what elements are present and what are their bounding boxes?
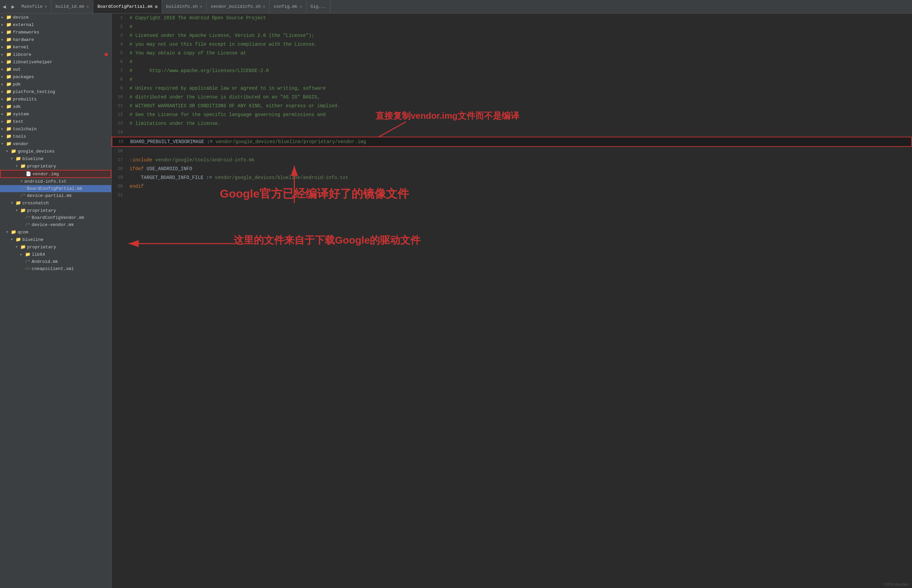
tab-vendor-buildinfo[interactable]: vendor_buildinfo.sh ✕ [207, 0, 270, 13]
tab-makefile-close[interactable]: ✕ [45, 4, 47, 9]
tab-nav-left[interactable]: ◀ [0, 0, 9, 13]
code-line-18: 18 ifdef USE_ANDROID_INFO [111, 165, 912, 173]
item-label: libnativehelper [13, 60, 52, 65]
line-content: # See the License for the specific langu… [127, 110, 912, 119]
sidebar-item-crosshatch-proprietary[interactable]: ▼ 📁 proprietary [0, 207, 111, 214]
line-number: 1 [111, 13, 127, 22]
tab-makefile[interactable]: Makefile ✕ [17, 0, 52, 13]
line-content: endif [127, 182, 912, 191]
sidebar-item-pdk[interactable]: ▶ 📁 pdk [0, 81, 111, 88]
modified-dot [105, 53, 108, 56]
line-content: # http://www.apache.org/licenses/LICENSE… [127, 66, 912, 75]
item-label: tools [13, 134, 26, 139]
line-number: 4 [111, 40, 127, 49]
sidebar-item-vendor[interactable]: ▼ 📁 vendor [0, 140, 111, 147]
tab-sig[interactable]: Sig... [307, 0, 331, 13]
tab-config-label: config.mk [274, 4, 297, 9]
sidebar-item-android-mk[interactable]: ▶ /* Android.mk [0, 258, 111, 265]
arrow-icon: ▶ [2, 134, 6, 138]
tab-boardconfig[interactable]: BoardConfigPartial.mk [94, 0, 162, 13]
sidebar-item-sdk[interactable]: ▶ 📁 sdk [0, 103, 111, 110]
code-editor[interactable]: 1 # Copyright 2018 The Android Open Sour… [111, 13, 912, 588]
item-label: lib64 [32, 252, 45, 257]
item-label: system [13, 111, 29, 117]
item-label: BoardConfigVendor.mk [32, 215, 85, 220]
folder-icon: 📁 [6, 97, 11, 102]
sidebar-item-platform-testing[interactable]: ▶ 📁 platform_testing [0, 88, 111, 95]
file-prefix: ≡ [20, 179, 23, 184]
sidebar-item-packages[interactable]: ▶ 📁 packages [0, 73, 111, 81]
sidebar-item-qcom[interactable]: ▼ 📁 qcom [0, 228, 111, 236]
arrow-icon: ▼ [11, 157, 16, 161]
folder-icon: 📁 [6, 104, 11, 109]
code-line-10: 10 # distributed under the License is di… [111, 93, 912, 102]
sidebar-item-prebuilts[interactable]: ▶ 📁 prebuilts [0, 95, 111, 103]
sidebar-item-out[interactable]: ▶ 📁 out [0, 66, 111, 73]
item-label: external [13, 22, 34, 27]
tab-makefile-label: Makefile [21, 4, 42, 9]
item-label: android-info.txt [24, 179, 67, 184]
main-area: ▶ 📁 device ▶ 📁 external ▶ 📁 frameworks ▶… [0, 13, 912, 588]
sidebar-item-google-devices[interactable]: ▼ 📁 google_devices [0, 147, 111, 155]
sidebar-item-cneapiclient[interactable]: ▶ <> cneapiclient.xml [0, 265, 111, 272]
img-file-icon: 📄 [26, 171, 31, 177]
item-label: packages [13, 74, 34, 79]
sidebar-item-android-info-txt[interactable]: ▶ ≡ android-info.txt [0, 178, 111, 185]
line-content: # distributed under the License is distr… [127, 93, 912, 102]
sidebar-item-system[interactable]: ▶ 📁 system [0, 110, 111, 118]
arrow-icon: ▶ [2, 60, 6, 64]
sidebar-item-crosshatch[interactable]: ▼ 📁 crosshatch [0, 199, 111, 207]
folder-icon: 📁 [20, 244, 26, 250]
mk-prefix: /* [25, 259, 31, 264]
code-line-6: 6 # [111, 58, 912, 66]
item-label: BoardConfigPartial.mk [27, 186, 82, 191]
tab-config[interactable]: config.mk ✕ [270, 0, 306, 13]
item-label: Android.mk [32, 259, 58, 264]
tab-buildinfo[interactable]: buildinfo.sh ✕ [162, 0, 207, 13]
sidebar-item-device-partial-mk[interactable]: ▶ /* device-partial.mk [0, 192, 111, 199]
sidebar-item-frameworks[interactable]: ▶ 📁 frameworks [0, 28, 111, 36]
tab-config-close[interactable]: ✕ [299, 4, 302, 9]
sidebar-item-toolchain[interactable]: ▶ 📁 toolchain [0, 125, 111, 132]
arrow-icon: ▶ [2, 112, 6, 116]
line-number: 15 [112, 137, 128, 146]
mk-prefix: /* [20, 186, 26, 191]
tab-nav-right[interactable]: ▶ [9, 0, 18, 13]
arrow-icon: ▶ [2, 90, 6, 94]
line-number: 2 [111, 22, 127, 31]
arrow-icon: ▶ [2, 105, 6, 108]
sidebar-item-tools[interactable]: ▶ 📁 tools [0, 132, 111, 140]
sidebar-item-boardconfig-vendor[interactable]: ▶ /* BoardConfigVendor.mk [0, 214, 111, 221]
folder-icon: 📁 [16, 156, 21, 162]
sidebar-item-blueline[interactable]: ▼ 📁 blueline [0, 155, 111, 162]
tab-build-id-close[interactable]: ✕ [87, 4, 89, 9]
tab-vendor-buildinfo-close[interactable]: ✕ [263, 4, 265, 9]
item-label: proprietary [27, 245, 56, 250]
arrow-icon: ▼ [6, 150, 11, 153]
arrow-icon: ▶ [2, 97, 6, 101]
sidebar-item-hardware[interactable]: ▶ 📁 hardware [0, 36, 111, 43]
sidebar-item-device[interactable]: ▶ 📁 device [0, 13, 111, 21]
code-line-12: 12 # See the License for the specific la… [111, 110, 912, 119]
sidebar-item-qcom-proprietary[interactable]: ▼ 📁 proprietary [0, 243, 111, 251]
folder-icon: 📁 [6, 82, 11, 87]
sidebar-item-vendor-img[interactable]: ▶ 📄 vendor.img [0, 170, 111, 178]
sidebar-item-qcom-blueline[interactable]: ▼ 📁 blueline [0, 236, 111, 243]
tab-boardconfig-dot [155, 5, 158, 8]
tab-build-id[interactable]: build_id.mk ✕ [52, 0, 94, 13]
folder-icon: 📁 [6, 44, 11, 50]
sidebar-item-test[interactable]: ▶ 📁 test [0, 118, 111, 125]
sidebar-item-lib64[interactable]: ▶ 📁 lib64 [0, 251, 111, 258]
code-line-19: 19 TARGET_BOARD_INFO_FILE := vendor/goog… [111, 173, 912, 182]
sidebar-item-proprietary[interactable]: ▼ 📁 proprietary [0, 162, 111, 170]
sidebar-item-kernel[interactable]: ▶ 📁 kernel [0, 43, 111, 51]
arrow-icon: ▶ [2, 45, 6, 49]
sidebar-item-libcore[interactable]: ▶ 📁 libcore [0, 51, 111, 58]
sidebar-item-device-vendor[interactable]: ▶ /* device-vendor.mk [0, 221, 111, 228]
sidebar-item-boardconfig-mk[interactable]: ▶ /* BoardConfigPartial.mk [0, 185, 111, 192]
sidebar-item-libnativehelper[interactable]: ▶ 📁 libnativehelper [0, 58, 111, 66]
tab-buildinfo-close[interactable]: ✕ [200, 4, 202, 9]
line-number: 7 [111, 66, 127, 75]
folder-icon: 📁 [16, 200, 21, 206]
sidebar-item-external[interactable]: ▶ 📁 external [0, 21, 111, 28]
